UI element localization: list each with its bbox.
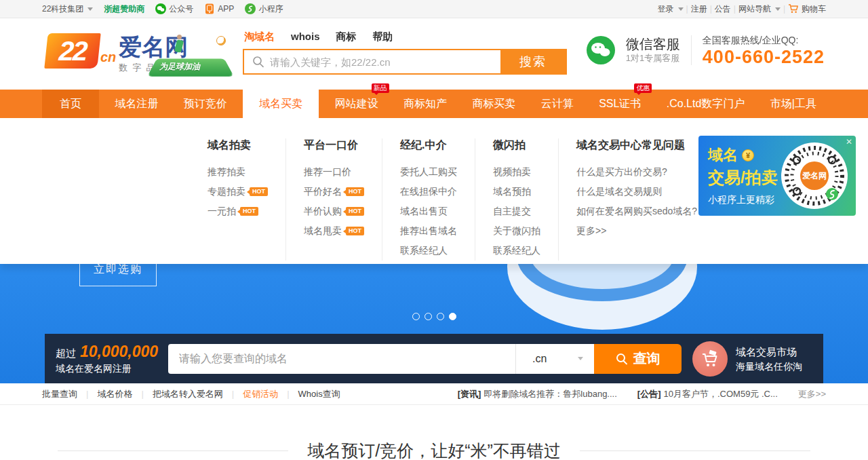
search-tab[interactable]: whois bbox=[291, 31, 320, 43]
search-tab[interactable]: 商标 bbox=[336, 31, 357, 43]
announcement-item[interactable]: [公告] 10月客户节，.COM59元 .C... bbox=[637, 388, 778, 400]
search-button[interactable]: 搜索 bbox=[500, 50, 566, 73]
stat-suffix: 域名在爱名网注册 bbox=[56, 363, 168, 375]
dropdown-menu-item[interactable]: 自主提交 bbox=[493, 202, 540, 221]
dropdown-menu-item[interactable]: 关于微闪拍 bbox=[493, 221, 540, 241]
quick-link[interactable]: 批量查询 bbox=[42, 388, 97, 400]
login-link[interactable]: 登录 bbox=[658, 3, 684, 15]
chevron-down-icon bbox=[678, 7, 684, 11]
nav-item[interactable]: 商标买卖 bbox=[462, 90, 525, 118]
notice-link[interactable]: 公告 bbox=[715, 3, 731, 15]
wechat-service-icon bbox=[587, 36, 615, 64]
dropdown-menu-item[interactable]: 在线担保中介 bbox=[400, 182, 457, 202]
mobile-app-icon bbox=[204, 3, 215, 14]
nav-item[interactable]: 预订竞价 bbox=[174, 90, 237, 118]
nav-item[interactable]: .Co.Ltd数字门户 bbox=[657, 90, 755, 118]
nav-badge: 新品 bbox=[372, 83, 389, 93]
nav-item[interactable]: 域名买卖 bbox=[243, 88, 319, 118]
quick-link[interactable]: 把域名转入爱名网 bbox=[153, 388, 243, 400]
dropdown-menu-item[interactable]: 如何在爱名网购买sedo域名? bbox=[576, 202, 697, 221]
shop-now-button[interactable]: 立即选购 bbox=[79, 264, 157, 286]
wechat-icon bbox=[155, 3, 166, 14]
header-search-box: 搜索 bbox=[243, 49, 567, 75]
nav-item[interactable]: 域名注册 bbox=[105, 90, 167, 118]
nav-item[interactable]: 云计算 bbox=[532, 90, 583, 118]
group-site-label: 22科技集团 bbox=[42, 3, 83, 15]
trade-market-promo[interactable]: 域名交易市场 海量域名任你淘 bbox=[692, 341, 802, 377]
nav-item-label: 网站建设 bbox=[335, 97, 378, 111]
main-nav-bar: 首页 域名注册 预订竞价 域名买卖 新品 网站建设 商标知产 商标买卖 bbox=[0, 90, 868, 118]
domain-query-input[interactable] bbox=[168, 344, 515, 374]
dropdown-column-title: 经纪.中介 bbox=[400, 138, 457, 153]
quick-link[interactable]: 域名价格 bbox=[97, 388, 152, 400]
nav-item-label: 云计算 bbox=[541, 97, 574, 111]
carousel-dot[interactable] bbox=[425, 313, 432, 320]
carousel-dot[interactable] bbox=[449, 313, 456, 320]
dropdown-menu-item[interactable]: 推荐拍卖 bbox=[208, 162, 268, 182]
query-button[interactable]: 查询 bbox=[594, 344, 682, 374]
cart-link[interactable]: 购物车 bbox=[788, 3, 826, 15]
dropdown-menu-item[interactable]: 什么是域名交易规则 bbox=[576, 182, 697, 202]
site-header: 22 cn 爱名网 数字品牌服务 为足球加油 淘域名whois商标帮助 搜索 微… bbox=[0, 18, 868, 90]
search-tab[interactable]: 帮助 bbox=[373, 31, 393, 43]
miniprogram-icon bbox=[245, 3, 256, 14]
dropdown-column-items: 推荐拍卖专题拍卖HOT一元拍HOT bbox=[208, 162, 268, 221]
group-site-link[interactable]: 22科技集团 bbox=[42, 3, 93, 15]
dropdown-menu-item[interactable]: 专题拍卖HOT bbox=[208, 182, 268, 202]
news-item[interactable]: [资讯] 即将删除域名推荐：鲁邦lubang.... bbox=[458, 388, 617, 400]
news-ticker: [资讯] 即将删除域名推荐：鲁邦lubang.... [公告] 10月客户节，.… bbox=[458, 388, 826, 400]
nav-item[interactable]: 优惠 SSL证书 bbox=[589, 90, 650, 118]
nav-item-label: 域名买卖 bbox=[259, 97, 302, 111]
quick-link[interactable]: Whois查询 bbox=[298, 388, 340, 400]
more-link[interactable]: 更多>> bbox=[798, 388, 826, 400]
dropdown-menu-item[interactable]: 一元拍HOT bbox=[208, 202, 268, 221]
dropdown-menu-item[interactable]: 更多>> bbox=[576, 221, 697, 241]
app-link[interactable]: APP bbox=[204, 3, 234, 14]
miniprogram-qr-banner[interactable]: ✕ 域名 ¥ 交易/拍卖 小程序上更精彩 爱名网 bbox=[698, 136, 856, 216]
nav-item-label: 商标买卖 bbox=[472, 97, 515, 111]
dropdown-menu-item[interactable]: 联系经纪人 bbox=[400, 241, 457, 261]
nav-item-label: 域名注册 bbox=[115, 97, 158, 111]
miniprogram-link[interactable]: 小程序 bbox=[245, 3, 283, 15]
dropdown-menu-item[interactable]: 域名出售页 bbox=[400, 202, 457, 221]
dropdown-column-title: 域名拍卖 bbox=[208, 138, 268, 153]
dropdown-column-items: 委托人工购买在线担保中介域名出售页推荐出售域名联系经纪人 bbox=[400, 162, 457, 261]
sponsor-link[interactable]: 浙超赞助商 bbox=[104, 3, 144, 15]
nav-item[interactable]: 市场|工具 bbox=[761, 90, 826, 118]
registration-stats: 超过 10,000,000 域名在爱名网注册 bbox=[45, 343, 168, 375]
nav-item[interactable]: 新品 网站建设 bbox=[326, 90, 388, 118]
dropdown-menu-item[interactable]: 什么是买方出价交易? bbox=[576, 162, 697, 182]
register-link[interactable]: 注册 bbox=[691, 3, 707, 15]
dropdown-menu-item[interactable]: 半价认购HOT bbox=[304, 202, 364, 221]
dropdown-menu-item[interactable]: 推荐一口价 bbox=[304, 162, 364, 182]
dropdown-menu-item[interactable]: 视频拍卖 bbox=[493, 162, 540, 182]
nav-item-label: 商标知产 bbox=[403, 97, 447, 111]
carousel-dot[interactable] bbox=[437, 313, 444, 320]
nav-item[interactable]: 商标知产 bbox=[394, 90, 456, 118]
nav-item-label: 市场|工具 bbox=[770, 97, 816, 111]
carousel-dot[interactable] bbox=[412, 313, 420, 320]
news-tag: [资讯] bbox=[458, 388, 481, 400]
dropdown-menu-item[interactable]: 域名预拍 bbox=[493, 182, 540, 202]
hot-badge: HOT bbox=[240, 207, 258, 216]
header-search-area: 淘域名whois商标帮助 搜索 bbox=[243, 29, 567, 75]
wechat-service-title: 微信客服 bbox=[626, 36, 680, 52]
tld-selected-value: .cn bbox=[532, 353, 547, 365]
search-tab[interactable]: 淘域名 bbox=[244, 31, 275, 43]
quick-link[interactable]: 促销活动 bbox=[243, 388, 298, 400]
search-tabs: 淘域名whois商标帮助 bbox=[244, 31, 567, 43]
dropdown-menu-item[interactable]: 推荐出售域名 bbox=[400, 221, 457, 241]
dropdown-menu-item[interactable]: 域名甩卖HOT bbox=[304, 221, 364, 241]
keyword-search-input[interactable] bbox=[244, 50, 500, 73]
soccer-promo-image[interactable]: 为足球加油 bbox=[153, 35, 229, 77]
nav-item[interactable]: 首页 bbox=[42, 90, 99, 118]
close-icon[interactable]: ✕ bbox=[846, 137, 852, 147]
dropdown-menu-item[interactable]: 平价好名HOT bbox=[304, 182, 364, 202]
tld-select[interactable]: .cn bbox=[515, 344, 594, 374]
dropdown-menu-item[interactable]: 联系经纪人 bbox=[493, 241, 540, 261]
hot-badge: HOT bbox=[346, 187, 364, 196]
qr-center-label: 爱名网 bbox=[802, 170, 827, 182]
dropdown-menu-item[interactable]: 委托人工购买 bbox=[400, 162, 457, 182]
site-nav-link[interactable]: 网站导航 bbox=[738, 3, 781, 15]
official-account-link[interactable]: 公众号 bbox=[155, 3, 193, 15]
